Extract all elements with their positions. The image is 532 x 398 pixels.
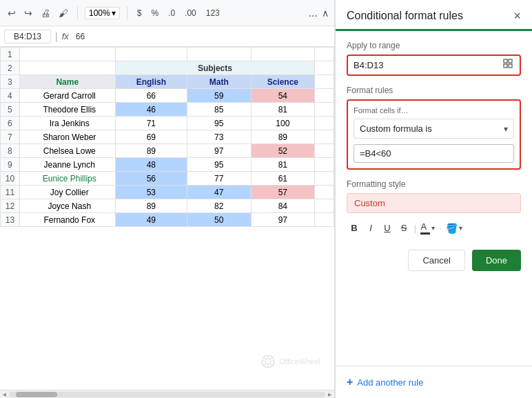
name-cell-9[interactable]: Jeanne Lynch bbox=[19, 158, 115, 172]
scroll-left[interactable]: ◂ bbox=[3, 390, 6, 398]
scroll-thumb-h[interactable] bbox=[16, 392, 57, 397]
extra-cell-11[interactable] bbox=[315, 186, 334, 199]
science-cell-11[interactable]: 57 bbox=[251, 186, 315, 199]
collapse-icon[interactable]: ∧ bbox=[322, 8, 329, 19]
subjects-header[interactable]: Subjects bbox=[115, 61, 314, 75]
extra-cell-4[interactable] bbox=[315, 89, 334, 103]
math-cell-12[interactable]: 82 bbox=[187, 199, 251, 213]
paintformat-icon[interactable]: 🖌 bbox=[57, 6, 70, 20]
math-cell-9[interactable]: 95 bbox=[187, 158, 251, 172]
currency-btn[interactable]: $ bbox=[134, 8, 145, 19]
name-cell-8[interactable]: Chelsea Lowe bbox=[19, 144, 115, 158]
format123-btn[interactable]: 123 bbox=[203, 8, 223, 19]
print-icon[interactable]: 🖨 bbox=[39, 6, 52, 20]
cancel-button[interactable]: Cancel bbox=[408, 250, 464, 271]
name-cell-6[interactable]: Ira Jenkins bbox=[19, 117, 115, 130]
english-cell-4[interactable]: 66 bbox=[115, 89, 187, 103]
science-cell-6[interactable]: 100 bbox=[251, 117, 315, 130]
english-cell-9[interactable]: 48 bbox=[115, 158, 187, 172]
name-cell-4[interactable]: Gerard Carroll bbox=[19, 89, 115, 103]
extra-cell-5[interactable] bbox=[315, 103, 334, 117]
bold-button[interactable]: B bbox=[348, 221, 360, 235]
cell-A1[interactable] bbox=[19, 48, 115, 61]
cell-B1[interactable] bbox=[115, 48, 187, 61]
horizontal-scrollbar[interactable]: ◂ ▸ bbox=[0, 390, 334, 398]
english-cell-11[interactable]: 53 bbox=[115, 186, 187, 199]
cell-E2[interactable] bbox=[315, 61, 334, 75]
english-cell-5[interactable]: 46 bbox=[115, 103, 187, 117]
decimal0-btn[interactable]: .0 bbox=[165, 8, 178, 19]
math-cell-5[interactable]: 85 bbox=[187, 103, 251, 117]
cell-A2[interactable] bbox=[19, 61, 115, 75]
font-color-arrow[interactable]: ▾ bbox=[431, 224, 435, 232]
scroll-track-h[interactable] bbox=[9, 392, 325, 397]
math-cell-4[interactable]: 59 bbox=[187, 89, 251, 103]
science-cell-9[interactable]: 81 bbox=[251, 158, 315, 172]
name-cell-10[interactable]: Eunice Phillips bbox=[19, 172, 115, 186]
math-cell-11[interactable]: 47 bbox=[187, 186, 251, 199]
col-name-header[interactable]: Name bbox=[19, 75, 115, 89]
math-cell-7[interactable]: 73 bbox=[187, 130, 251, 144]
add-rule-button[interactable]: + Add another rule bbox=[347, 376, 521, 388]
english-cell-8[interactable]: 89 bbox=[115, 144, 187, 158]
scroll-right[interactable]: ▸ bbox=[328, 390, 331, 398]
extra-cell-6[interactable] bbox=[315, 117, 334, 130]
english-cell-12[interactable]: 89 bbox=[115, 199, 187, 213]
name-cell-11[interactable]: Joy Collier bbox=[19, 186, 115, 199]
font-color-a-label: A bbox=[420, 221, 427, 232]
percent-btn[interactable]: % bbox=[148, 8, 161, 19]
range-value[interactable]: B4:D13 bbox=[354, 60, 499, 70]
svg-rect-13 bbox=[509, 64, 512, 68]
decimal00-btn[interactable]: .00 bbox=[182, 8, 199, 19]
science-cell-7[interactable]: 89 bbox=[251, 130, 315, 144]
col-math-header[interactable]: Math bbox=[187, 75, 251, 89]
highlight-color-button[interactable]: 🪣 ▾ bbox=[446, 223, 462, 234]
range-input-row[interactable]: B4:D13 bbox=[347, 54, 521, 76]
strikethrough-button[interactable]: S bbox=[398, 221, 410, 235]
english-cell-6[interactable]: 71 bbox=[115, 117, 187, 130]
extra-cell-9[interactable] bbox=[315, 158, 334, 172]
name-cell-12[interactable]: Joyce Nash bbox=[19, 199, 115, 213]
science-cell-5[interactable]: 81 bbox=[251, 103, 315, 117]
cell-D1[interactable] bbox=[251, 48, 315, 61]
name-cell-13[interactable]: Fernando Fox bbox=[19, 213, 115, 227]
cell-E1[interactable] bbox=[315, 48, 334, 61]
extra-cell-7[interactable] bbox=[315, 130, 334, 144]
close-button[interactable]: × bbox=[513, 10, 521, 22]
italic-button[interactable]: I bbox=[365, 221, 377, 235]
highlight-arrow[interactable]: ▾ bbox=[459, 224, 462, 232]
name-cell-7[interactable]: Sharon Weber bbox=[19, 130, 115, 144]
redo-icon[interactable]: ↪ bbox=[22, 6, 34, 20]
science-cell-13[interactable]: 97 bbox=[251, 213, 315, 227]
extra-cell-12[interactable] bbox=[315, 199, 334, 213]
extra-cell-8[interactable] bbox=[315, 144, 334, 158]
english-cell-7[interactable]: 69 bbox=[115, 130, 187, 144]
name-cell-5[interactable]: Theodore Ellis bbox=[19, 103, 115, 117]
math-cell-8[interactable]: 97 bbox=[187, 144, 251, 158]
zoom-control[interactable]: 100% ▾ bbox=[85, 7, 120, 19]
formula-input[interactable]: =B4<60 bbox=[354, 144, 514, 163]
formula-type-select[interactable]: Custom formula is ▾ bbox=[354, 119, 514, 139]
science-cell-4[interactable]: 54 bbox=[251, 89, 315, 103]
cell-C1[interactable] bbox=[187, 48, 251, 61]
english-cell-10[interactable]: 56 bbox=[115, 172, 187, 186]
done-button[interactable]: Done bbox=[472, 250, 521, 271]
range-grid-icon[interactable] bbox=[503, 59, 514, 72]
math-cell-13[interactable]: 50 bbox=[187, 213, 251, 227]
cell-reference[interactable]: B4:D13 bbox=[4, 30, 51, 43]
cell-E3[interactable] bbox=[315, 75, 334, 89]
col-science-header[interactable]: Science bbox=[251, 75, 315, 89]
math-cell-10[interactable]: 77 bbox=[187, 172, 251, 186]
english-cell-13[interactable]: 49 bbox=[115, 213, 187, 227]
science-cell-10[interactable]: 61 bbox=[251, 172, 315, 186]
undo-icon[interactable]: ↩ bbox=[6, 6, 18, 20]
more-options-btn[interactable]: ... bbox=[309, 7, 318, 19]
science-cell-8[interactable]: 52 bbox=[251, 144, 315, 158]
col-english-header[interactable]: English bbox=[115, 75, 187, 89]
extra-cell-13[interactable] bbox=[315, 213, 334, 227]
science-cell-12[interactable]: 84 bbox=[251, 199, 315, 213]
math-cell-6[interactable]: 95 bbox=[187, 117, 251, 130]
font-color-button[interactable]: A ▾ bbox=[420, 221, 435, 235]
extra-cell-10[interactable] bbox=[315, 172, 334, 186]
underline-button[interactable]: U bbox=[381, 221, 393, 235]
